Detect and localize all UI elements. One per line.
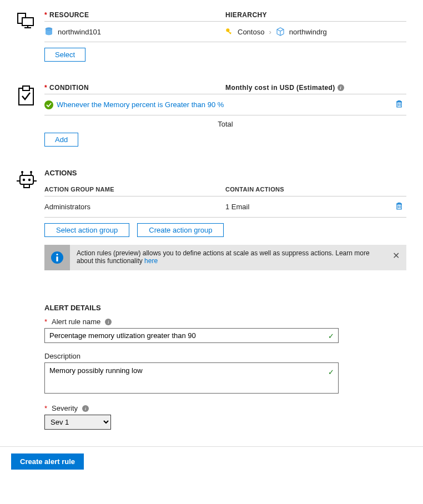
contain-actions-column-header: CONTAIN ACTIONS bbox=[225, 186, 406, 193]
info-icon[interactable]: i bbox=[105, 319, 112, 325]
hierarchy-root: Contoso bbox=[238, 28, 264, 36]
resource-header-label: *RESOURCE bbox=[44, 11, 225, 19]
info-icon[interactable]: i bbox=[338, 84, 344, 91]
severity-select[interactable]: Sev 1 bbox=[44, 415, 111, 430]
delete-condition-button[interactable] bbox=[392, 100, 406, 109]
condition-rule-link[interactable]: Whenever the Memory percent is Greater t… bbox=[57, 100, 224, 109]
description-input[interactable] bbox=[44, 362, 339, 394]
action-group-column-header: ACTION GROUP NAME bbox=[44, 186, 225, 193]
action-rules-info-bar: Action rules (preview) allows you to def… bbox=[44, 245, 406, 270]
condition-total-label: Total bbox=[44, 115, 406, 133]
valid-check-icon: ✓ bbox=[328, 368, 334, 376]
resource-group-icon bbox=[276, 27, 285, 36]
svg-point-18 bbox=[28, 179, 31, 181]
hierarchy-child: northwindrg bbox=[289, 28, 327, 36]
svg-rect-16 bbox=[20, 175, 33, 184]
chevron-right-icon: › bbox=[269, 28, 271, 36]
valid-check-icon: ✓ bbox=[328, 331, 334, 340]
condition-section: *CONDITION Monthly cost in USD (Estimate… bbox=[17, 84, 406, 147]
alert-rule-name-label: *Alert rule name i bbox=[44, 317, 406, 326]
database-icon bbox=[44, 27, 53, 36]
severity-label: *Severity i bbox=[44, 404, 406, 412]
svg-point-12 bbox=[21, 171, 23, 173]
alert-rule-name-input[interactable] bbox=[44, 328, 339, 343]
action-group-row: Administrators 1 Email bbox=[44, 196, 406, 218]
learn-more-link[interactable]: here bbox=[144, 257, 158, 265]
svg-point-17 bbox=[23, 179, 25, 181]
actions-icon bbox=[17, 169, 44, 190]
contain-actions-cell: 1 Email bbox=[225, 203, 249, 211]
resource-icon bbox=[17, 11, 44, 31]
check-icon bbox=[44, 100, 53, 109]
actions-header: ACTIONS bbox=[44, 169, 406, 177]
description-label: Description bbox=[44, 352, 406, 360]
svg-rect-24 bbox=[56, 256, 58, 261]
info-icon[interactable]: i bbox=[82, 405, 89, 412]
create-action-group-button[interactable]: Create action group bbox=[137, 223, 224, 237]
action-group-name-cell: Administrators bbox=[44, 203, 225, 211]
svg-rect-11 bbox=[23, 86, 29, 90]
add-condition-button[interactable]: Add bbox=[44, 133, 78, 147]
resource-name: northwind101 bbox=[58, 28, 101, 36]
select-action-group-button[interactable]: Select action group bbox=[44, 223, 129, 237]
info-icon bbox=[44, 245, 70, 270]
footer-bar: Create alert rule bbox=[0, 446, 423, 476]
key-icon bbox=[225, 28, 233, 36]
condition-icon bbox=[17, 84, 44, 107]
alert-details-header: ALERT DETAILS bbox=[44, 304, 406, 312]
create-alert-rule-button[interactable]: Create alert rule bbox=[11, 453, 84, 470]
alert-details-section: ALERT DETAILS *Alert rule name i ✓ Descr… bbox=[17, 304, 406, 430]
hierarchy-header-label: HIERARCHY bbox=[225, 11, 406, 19]
svg-point-13 bbox=[30, 171, 32, 173]
close-info-button[interactable]: ✕ bbox=[386, 245, 406, 266]
svg-rect-1 bbox=[22, 18, 33, 26]
delete-action-group-button[interactable] bbox=[392, 202, 406, 211]
resource-section: *RESOURCE HIERARCHY northwind101 Contoso… bbox=[17, 11, 406, 62]
actions-section: ACTIONS ACTION GROUP NAME CONTAIN ACTION… bbox=[17, 169, 406, 270]
info-text: Action rules (preview) allows you to def… bbox=[70, 245, 386, 269]
select-resource-button[interactable]: Select bbox=[44, 48, 85, 62]
svg-point-23 bbox=[56, 254, 58, 255]
cost-header-label: Monthly cost in USD (Estimated) i bbox=[225, 84, 406, 92]
condition-header-label: *CONDITION bbox=[44, 84, 225, 92]
svg-rect-21 bbox=[24, 184, 29, 188]
